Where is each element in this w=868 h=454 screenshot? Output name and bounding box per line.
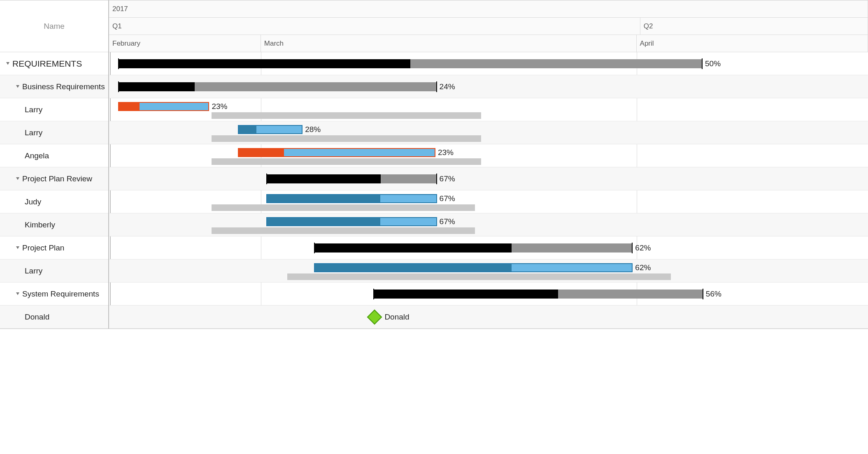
svg-marker-0: [6, 62, 9, 65]
progress-label: 62%: [635, 263, 651, 272]
progress-fill: [315, 264, 512, 271]
milestone-diamond-icon[interactable]: [367, 309, 382, 324]
task-row-larry-3[interactable]: Larry: [0, 259, 108, 283]
task-bar[interactable]: 67%: [266, 194, 437, 203]
baseline-bar: [212, 112, 481, 119]
timeline-month-row: FebruaryMarchApril: [109, 35, 868, 52]
task-row-project-plan-review[interactable]: Project Plan Review: [0, 167, 108, 190]
task-row-larry-2[interactable]: Larry: [0, 121, 108, 144]
task-bar[interactable]: 23%: [118, 102, 209, 111]
progress-label: 67%: [440, 217, 455, 226]
task-label: Larry: [25, 105, 42, 114]
task-label: Larry: [25, 128, 42, 137]
timeline-year-cell[interactable]: 2017: [109, 0, 868, 17]
expand-caret-icon[interactable]: [16, 292, 20, 296]
task-row-angela[interactable]: Angela: [0, 144, 108, 167]
task-bar[interactable]: 67%: [266, 217, 437, 226]
task-row-larry-1[interactable]: Larry: [0, 98, 108, 121]
timeline-row-project-plan-review: 67%: [109, 167, 868, 190]
month-label: February: [112, 39, 140, 48]
svg-marker-3: [16, 246, 19, 249]
progress-fill: [267, 218, 380, 225]
progress-label: 56%: [706, 290, 721, 299]
baseline-bar: [287, 273, 670, 280]
task-row-donald[interactable]: Donald: [0, 306, 108, 329]
timeline-row-project-plan: 62%: [109, 236, 868, 259]
timeline-row-larry-3: 62%: [109, 259, 868, 283]
timeline-row-system-req: 56%: [109, 283, 868, 306]
quarter-cell[interactable]: Q1: [109, 18, 640, 35]
summary-bar[interactable]: 62%: [314, 243, 633, 252]
summary-bar[interactable]: 50%: [118, 59, 703, 68]
timeline-row-angela: 23%: [109, 144, 868, 167]
progress-label: 67%: [440, 174, 455, 183]
timeline-row-requirements: 50%: [109, 52, 868, 75]
task-bar-normal[interactable]: [266, 217, 437, 226]
month-cell[interactable]: March: [261, 35, 637, 52]
progress-label: 24%: [440, 82, 455, 91]
task-bar-normal[interactable]: [266, 194, 437, 203]
progress-label: 28%: [305, 125, 321, 134]
month-label: April: [640, 39, 654, 48]
task-row-requirements[interactable]: REQUIREMENTS: [0, 52, 108, 75]
timeline-row-donald: Donald: [109, 306, 868, 329]
summary-bar[interactable]: 67%: [266, 174, 437, 183]
expand-caret-icon[interactable]: [16, 246, 20, 250]
expand-caret-icon[interactable]: [16, 85, 20, 89]
progress-fill: [239, 126, 256, 133]
baseline-bar: [212, 227, 475, 234]
task-row-project-plan[interactable]: Project Plan: [0, 236, 108, 259]
task-label: Kimberly: [25, 220, 55, 229]
task-label: Business Requirements: [22, 82, 105, 91]
task-row-system-req[interactable]: System Requirements: [0, 283, 108, 306]
task-bar-normal[interactable]: [314, 263, 633, 272]
task-bar-normal[interactable]: [238, 125, 303, 134]
timeline-quarter-row: Q1Q2: [109, 18, 868, 35]
name-column-label: Name: [44, 22, 65, 31]
timeline-row-larry-1: 23%: [109, 98, 868, 121]
baseline-bar: [212, 135, 481, 142]
name-column-header[interactable]: Name: [0, 0, 108, 52]
progress-fill: [266, 174, 381, 183]
task-label: REQUIREMENTS: [12, 59, 82, 69]
timeline-year-row: 2017: [109, 0, 868, 18]
task-row-business-req[interactable]: Business Requirements: [0, 75, 108, 98]
progress-label: 62%: [635, 243, 651, 252]
progress-fill: [314, 243, 512, 252]
svg-marker-4: [16, 292, 19, 295]
task-list-pane: Name REQUIREMENTSBusiness RequirementsLa…: [0, 0, 109, 329]
task-row-kimberly[interactable]: Kimberly: [0, 213, 108, 236]
timeline-pane: 2017 Q1Q2 FebruaryMarchApril 50%24%23%28…: [109, 0, 868, 329]
gantt-chart: Name REQUIREMENTSBusiness RequirementsLa…: [0, 0, 868, 329]
expand-caret-icon[interactable]: [6, 62, 10, 66]
quarter-cell[interactable]: Q2: [640, 18, 868, 35]
svg-marker-1: [16, 85, 19, 88]
timeline-row-judy: 67%: [109, 190, 868, 213]
progress-fill: [267, 195, 380, 202]
summary-bar[interactable]: 24%: [118, 82, 437, 91]
progress-fill: [118, 59, 410, 68]
task-bar-late[interactable]: [238, 148, 435, 157]
timeline-row-larry-2: 28%: [109, 121, 868, 144]
summary-bar[interactable]: 56%: [373, 290, 703, 299]
task-label: Larry: [25, 266, 42, 276]
progress-fill: [119, 103, 140, 110]
baseline-bar: [212, 158, 481, 165]
month-label: March: [264, 39, 284, 48]
svg-marker-2: [16, 177, 19, 180]
task-bar[interactable]: 28%: [238, 125, 303, 134]
month-cell[interactable]: April: [637, 35, 868, 52]
expand-caret-icon[interactable]: [16, 177, 20, 181]
task-bar-late[interactable]: [118, 102, 209, 111]
task-label: Donald: [25, 313, 49, 322]
task-bar[interactable]: 23%: [238, 148, 435, 157]
task-bar[interactable]: 62%: [314, 263, 633, 272]
quarter-label: Q1: [112, 22, 122, 30]
milestone-label: Donald: [384, 313, 409, 322]
progress-label: 23%: [212, 102, 227, 111]
progress-label: 23%: [438, 148, 454, 157]
task-row-judy[interactable]: Judy: [0, 190, 108, 213]
timeline-body[interactable]: 50%24%23%28%23%67%67%67%62%62%56%Donald: [109, 52, 868, 329]
month-cell[interactable]: February: [109, 35, 261, 52]
quarter-label: Q2: [644, 22, 653, 30]
